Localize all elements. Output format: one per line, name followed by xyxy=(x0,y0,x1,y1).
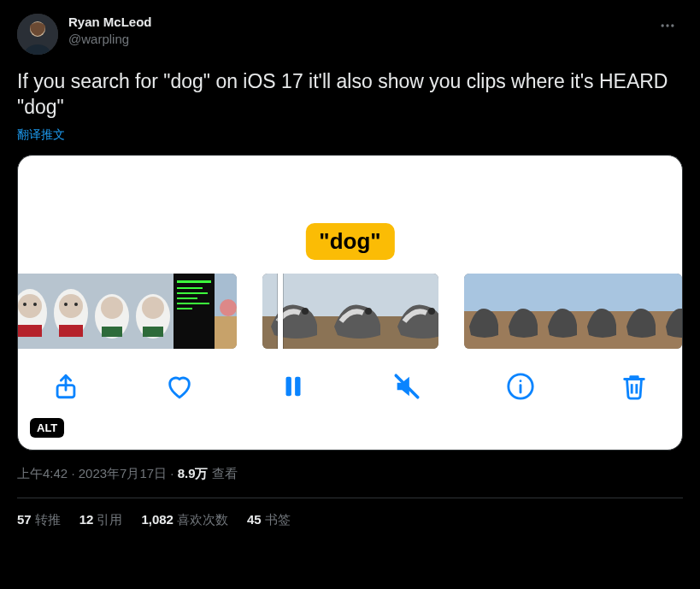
tweet-time: 上午4:42 xyxy=(17,466,68,480)
svg-point-39 xyxy=(302,308,309,315)
svg-rect-48 xyxy=(503,274,543,311)
svg-point-45 xyxy=(428,308,435,315)
alt-badge[interactable]: ALT xyxy=(30,418,64,438)
media-top: "dog" xyxy=(18,156,682,260)
svg-rect-24 xyxy=(143,327,163,337)
clip-frame xyxy=(543,274,582,349)
svg-point-19 xyxy=(101,297,123,319)
svg-rect-31 xyxy=(177,308,192,309)
views-label: 查看 xyxy=(212,466,238,480)
svg-point-2 xyxy=(662,24,664,27)
stats-row: 57转推 12引用 1,082喜欢次数 45书签 xyxy=(17,498,683,528)
svg-rect-52 xyxy=(582,274,621,311)
clip-frame xyxy=(326,274,389,349)
mute-icon[interactable] xyxy=(390,369,424,403)
more-icon[interactable] xyxy=(652,14,683,42)
media-card[interactable]: "dog" xyxy=(17,155,683,451)
clip-frame xyxy=(582,274,621,349)
svg-point-9 xyxy=(33,303,37,306)
svg-rect-60 xyxy=(295,377,300,397)
svg-rect-33 xyxy=(215,316,237,349)
share-icon[interactable] xyxy=(49,369,83,403)
avatar[interactable] xyxy=(17,14,58,55)
svg-point-42 xyxy=(365,308,372,315)
retweets-stat[interactable]: 57转推 xyxy=(17,512,61,528)
search-tag: "dog" xyxy=(305,223,394,260)
pause-icon[interactable] xyxy=(276,369,310,403)
clip-frame xyxy=(215,274,237,349)
clip-frame xyxy=(661,274,682,349)
user-handle[interactable]: @warpling xyxy=(68,31,642,48)
tweet-text: If you search for "dog" on iOS 17 it'll … xyxy=(17,68,683,120)
clip-frame xyxy=(621,274,661,349)
clip-frame xyxy=(503,274,543,349)
svg-rect-20 xyxy=(102,327,122,337)
svg-rect-54 xyxy=(621,274,661,311)
svg-rect-28 xyxy=(177,292,208,294)
bookmarks-stat[interactable]: 45书签 xyxy=(247,512,291,528)
translate-link[interactable]: 翻译推文 xyxy=(17,127,65,143)
tweet-meta[interactable]: 上午4:42 · 2023年7月17日 · 8.9万 查看 xyxy=(17,466,683,482)
info-icon[interactable] xyxy=(503,369,538,403)
clip-frame xyxy=(50,274,91,349)
tweet-date: 2023年7月17日 xyxy=(79,466,167,480)
svg-rect-25 xyxy=(174,274,215,349)
tweet-container: Ryan McLeod @warpling If you search for … xyxy=(0,0,700,528)
svg-point-7 xyxy=(18,294,42,318)
playhead[interactable] xyxy=(278,274,283,349)
svg-point-34 xyxy=(220,299,237,316)
svg-rect-56 xyxy=(661,274,682,311)
display-name[interactable]: Ryan McLeod xyxy=(68,14,642,31)
svg-point-15 xyxy=(74,303,78,306)
views-count: 8.9万 xyxy=(178,466,209,480)
svg-rect-16 xyxy=(59,325,83,337)
svg-point-23 xyxy=(142,297,164,319)
quotes-stat[interactable]: 12引用 xyxy=(79,512,123,528)
svg-rect-46 xyxy=(464,274,503,311)
clip-frame xyxy=(174,274,215,349)
clip-frame xyxy=(91,274,132,349)
clip-group[interactable] xyxy=(262,274,438,349)
timeline[interactable] xyxy=(17,260,682,349)
svg-point-13 xyxy=(59,294,83,318)
svg-rect-26 xyxy=(177,280,211,283)
likes-stat[interactable]: 1,082喜欢次数 xyxy=(141,512,228,528)
clip-frame xyxy=(17,274,50,349)
trash-icon[interactable] xyxy=(617,369,651,403)
svg-rect-27 xyxy=(177,287,203,289)
media-toolbar xyxy=(18,349,682,403)
svg-point-64 xyxy=(520,380,522,382)
svg-rect-59 xyxy=(286,377,291,397)
clip-group[interactable] xyxy=(464,274,682,349)
svg-rect-29 xyxy=(177,297,197,299)
tweet-header: Ryan McLeod @warpling xyxy=(17,14,683,55)
clip-frame xyxy=(262,274,326,349)
svg-rect-30 xyxy=(177,303,209,304)
svg-point-14 xyxy=(64,303,68,306)
svg-point-3 xyxy=(666,24,668,27)
heart-icon[interactable] xyxy=(162,369,197,403)
svg-point-8 xyxy=(23,303,26,306)
svg-rect-10 xyxy=(18,325,42,337)
clip-frame xyxy=(464,274,503,349)
user-block: Ryan McLeod @warpling xyxy=(68,14,642,48)
clip-frame xyxy=(132,274,174,349)
svg-rect-50 xyxy=(543,274,582,311)
svg-point-4 xyxy=(671,24,674,27)
clip-frame xyxy=(389,274,438,349)
clip-group[interactable] xyxy=(17,274,237,349)
